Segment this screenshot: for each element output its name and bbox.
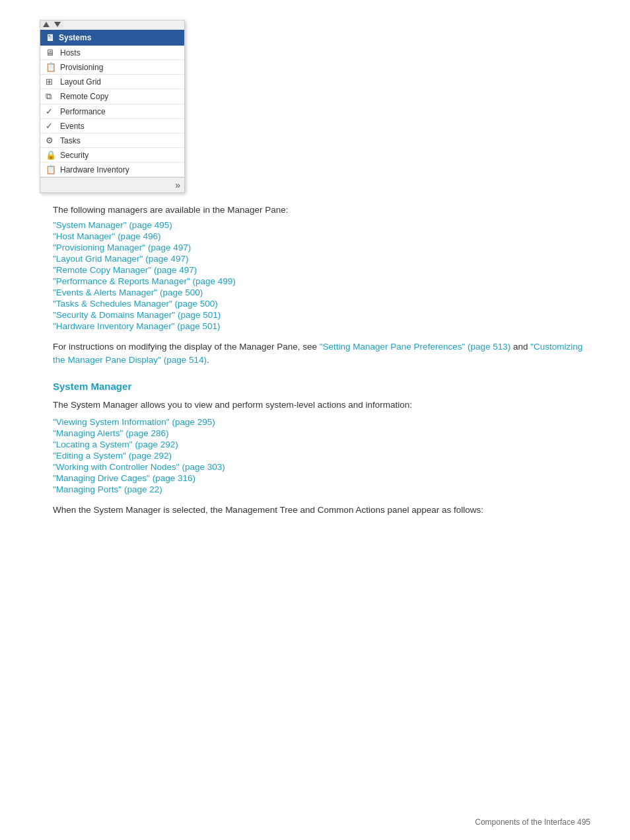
- link-performance-reports-manager-anchor[interactable]: "Performance & Reports Manager" (page 49…: [53, 276, 236, 286]
- pane-item-security[interactable]: 🔒 Security: [40, 148, 184, 163]
- security-icon: 🔒: [46, 150, 56, 160]
- pane-item-tasks[interactable]: ⚙ Tasks: [40, 134, 184, 148]
- pane-item-hardware-inventory[interactable]: 📋 Hardware Inventory: [40, 163, 184, 177]
- link-hardware-inventory-manager-anchor[interactable]: "Hardware Inventory Manager" (page 501): [53, 321, 220, 331]
- hosts-icon: 🖥: [46, 48, 56, 57]
- pane-item-hosts-label: Hosts: [60, 48, 81, 57]
- link-provisioning-manager-anchor[interactable]: "Provisioning Manager" (page 497): [53, 243, 191, 252]
- manager-pane-screenshot: 🖥 Systems 🖥 Hosts 📋 Provisioning ⊞ Layou…: [40, 20, 185, 193]
- link-hardware-inventory-manager[interactable]: "Hardware Inventory Manager" (page 501): [53, 321, 590, 331]
- provisioning-icon: 📋: [46, 62, 56, 72]
- performance-icon: ✓: [46, 106, 56, 116]
- link-editing-system[interactable]: "Editing a System" (page 292): [53, 451, 590, 461]
- link-locating-system[interactable]: "Locating a System" (page 292): [53, 439, 590, 449]
- pane-header-label: Systems: [59, 33, 91, 42]
- system-manager-links-list: "Viewing System Information" (page 295) …: [53, 417, 590, 494]
- link-controller-nodes-anchor[interactable]: "Working with Controller Nodes" (page 30…: [53, 462, 225, 472]
- footer-text: Components of the Interface 495: [475, 818, 590, 827]
- link-layout-grid-manager[interactable]: "Layout Grid Manager" (page 497): [53, 254, 590, 264]
- pane-item-security-label: Security: [60, 151, 88, 160]
- link-tasks-schedules-manager-anchor[interactable]: "Tasks & Schedules Manager" (page 500): [53, 299, 218, 309]
- link-locating-system-anchor[interactable]: "Locating a System" (page 292): [53, 439, 178, 449]
- link-provisioning-manager[interactable]: "Provisioning Manager" (page 497): [53, 243, 590, 252]
- link-tasks-schedules-manager[interactable]: "Tasks & Schedules Manager" (page 500): [53, 299, 590, 309]
- pane-item-hardware-inventory-label: Hardware Inventory: [60, 165, 129, 174]
- page-footer: Components of the Interface 495: [475, 818, 590, 827]
- link-managing-ports[interactable]: "Managing Ports" (page 22): [53, 484, 590, 494]
- instructions-middle: and: [510, 342, 530, 352]
- link-host-manager-anchor[interactable]: "Host Manager" (page 496): [53, 231, 160, 241]
- layout-grid-icon: ⊞: [46, 77, 56, 87]
- section-intro-text: The System Manager allows you to view an…: [53, 399, 590, 412]
- link-viewing-system-info[interactable]: "Viewing System Information" (page 295): [53, 417, 590, 427]
- pane-item-tasks-label: Tasks: [60, 136, 81, 145]
- remote-copy-icon: ⧉: [46, 91, 56, 102]
- pane-item-remote-copy-label: Remote Copy: [60, 92, 108, 101]
- scroll-arrows-top: [40, 20, 184, 28]
- link-editing-system-anchor[interactable]: "Editing a System" (page 292): [53, 451, 172, 461]
- pane-item-remote-copy[interactable]: ⧉ Remote Copy: [40, 89, 184, 104]
- instructions-paragraph: For instructions on modifying the displa…: [53, 340, 590, 367]
- main-content: The following managers are available in …: [53, 205, 590, 517]
- manager-links-list: "System Manager" (page 495) "Host Manage…: [53, 220, 590, 331]
- link-remote-copy-manager[interactable]: "Remote Copy Manager" (page 497): [53, 265, 590, 275]
- pane-item-events-label: Events: [60, 122, 85, 131]
- pane-item-performance-label: Performance: [60, 107, 106, 116]
- tasks-icon: ⚙: [46, 135, 56, 145]
- link-performance-reports-manager[interactable]: "Performance & Reports Manager" (page 49…: [53, 276, 590, 286]
- pane-item-provisioning[interactable]: 📋 Provisioning: [40, 60, 184, 75]
- link-controller-nodes[interactable]: "Working with Controller Nodes" (page 30…: [53, 462, 590, 472]
- pane-item-events[interactable]: ✓ Events: [40, 119, 184, 134]
- instructions-suffix: .: [207, 355, 209, 365]
- pane-item-hosts[interactable]: 🖥 Hosts: [40, 46, 184, 60]
- systems-icon: 🖥: [46, 32, 55, 43]
- events-icon: ✓: [46, 121, 56, 131]
- arrow-up-icon: [43, 22, 50, 27]
- link-events-alerts-manager-anchor[interactable]: "Events & Alerts Manager" (page 500): [53, 287, 203, 297]
- link-system-manager[interactable]: "System Manager" (page 495): [53, 220, 590, 230]
- section-closing-text: When the System Manager is selected, the…: [53, 504, 590, 517]
- hardware-inventory-icon: 📋: [46, 165, 56, 174]
- arrow-down-icon: [54, 22, 61, 27]
- pane-item-performance[interactable]: ✓ Performance: [40, 104, 184, 119]
- instructions-link1[interactable]: "Setting Manager Pane Preferences" (page…: [320, 342, 511, 352]
- link-system-manager-anchor[interactable]: "System Manager" (page 495): [53, 220, 172, 230]
- link-security-domains-manager[interactable]: "Security & Domains Manager" (page 501): [53, 310, 590, 320]
- instructions-prefix: For instructions on modifying the displa…: [53, 342, 320, 352]
- pane-item-layout-grid-label: Layout Grid: [60, 77, 101, 87]
- link-drive-cages-anchor[interactable]: "Managing Drive Cages" (page 316): [53, 473, 195, 483]
- link-events-alerts-manager[interactable]: "Events & Alerts Manager" (page 500): [53, 287, 590, 297]
- link-viewing-system-info-anchor[interactable]: "Viewing System Information" (page 295): [53, 417, 215, 427]
- link-remote-copy-manager-anchor[interactable]: "Remote Copy Manager" (page 497): [53, 265, 197, 275]
- system-manager-heading: System Manager: [53, 381, 590, 392]
- link-host-manager[interactable]: "Host Manager" (page 496): [53, 231, 590, 241]
- page-container: 🖥 Systems 🖥 Hosts 📋 Provisioning ⊞ Layou…: [0, 0, 630, 556]
- link-managing-ports-anchor[interactable]: "Managing Ports" (page 22): [53, 484, 162, 494]
- link-layout-grid-manager-anchor[interactable]: "Layout Grid Manager" (page 497): [53, 254, 188, 264]
- link-security-domains-manager-anchor[interactable]: "Security & Domains Manager" (page 501): [53, 310, 221, 320]
- pane-header: 🖥 Systems: [40, 30, 184, 46]
- right-arrow-icon: »: [175, 180, 180, 190]
- link-managing-alerts[interactable]: "Managing Alerts" (page 286): [53, 428, 590, 438]
- pane-item-provisioning-label: Provisioning: [60, 63, 103, 72]
- intro-text: The following managers are available in …: [53, 205, 590, 215]
- pane-item-layout-grid[interactable]: ⊞ Layout Grid: [40, 75, 184, 89]
- link-drive-cages[interactable]: "Managing Drive Cages" (page 316): [53, 473, 590, 483]
- link-managing-alerts-anchor[interactable]: "Managing Alerts" (page 286): [53, 428, 168, 438]
- pane-scroll-right: »: [40, 177, 184, 192]
